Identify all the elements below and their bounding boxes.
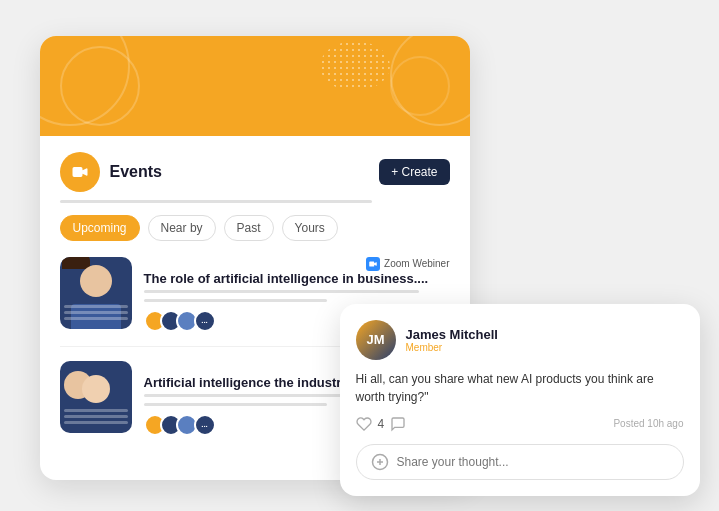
- deco-lines: [64, 305, 128, 323]
- deco-circle-2: [60, 46, 140, 126]
- event-sub-1: [144, 290, 419, 293]
- add-comment-icon: [371, 453, 389, 471]
- deco-lines-2: [64, 409, 128, 427]
- comment-actions: 4 Posted 10h ago: [356, 416, 684, 432]
- more-badge-2: ...: [194, 414, 216, 436]
- filter-tabs: Upcoming Near by Past Yours: [60, 215, 450, 241]
- line4: [64, 409, 128, 412]
- heart-icon[interactable]: [356, 416, 372, 432]
- video-icon: [70, 162, 90, 182]
- card-title: Events: [110, 163, 162, 181]
- more-badge-1: ...: [194, 310, 216, 332]
- line6: [64, 421, 128, 424]
- card-header: [40, 36, 470, 136]
- create-button[interactable]: + Create: [379, 159, 449, 185]
- zoom-video-icon: [368, 259, 378, 269]
- line3: [64, 317, 128, 320]
- share-input-area[interactable]: [356, 444, 684, 480]
- tab-yours[interactable]: Yours: [282, 215, 338, 241]
- event-sub-4: [144, 403, 328, 406]
- like-count: 4: [378, 417, 385, 431]
- posted-time: Posted 10h ago: [613, 418, 683, 429]
- deco-circle-4: [390, 56, 450, 116]
- commenter-name: James Mitchell: [406, 327, 499, 342]
- deco-dots: [320, 41, 390, 91]
- tab-upcoming[interactable]: Upcoming: [60, 215, 140, 241]
- title-row: Events + Create: [60, 152, 450, 192]
- line5: [64, 415, 128, 418]
- comment-header: JM James Mitchell Member: [356, 320, 684, 360]
- event-thumb-2: [60, 361, 132, 433]
- tab-past[interactable]: Past: [224, 215, 274, 241]
- title-area: Events: [60, 152, 162, 192]
- commenter-role: Member: [406, 342, 499, 353]
- deco-face-right: [82, 375, 110, 403]
- line2: [64, 311, 128, 314]
- event-sub-2: [144, 299, 328, 302]
- zoom-badge-1: Zoom Webiner: [366, 257, 449, 271]
- title-divider: [60, 200, 372, 203]
- zoom-icon-1: [366, 257, 380, 271]
- share-input[interactable]: [397, 455, 669, 469]
- comment-card: JM James Mitchell Member Hi all, can you…: [340, 304, 700, 496]
- commenter-avatar: JM: [356, 320, 396, 360]
- events-icon-circle: [60, 152, 100, 192]
- deco-face: [80, 265, 112, 297]
- event-title-1: The role of artificial intelligence in b…: [144, 271, 450, 286]
- comment-icon[interactable]: [390, 416, 406, 432]
- like-area: 4: [356, 416, 407, 432]
- comment-text: Hi all, can you share what new AI produc…: [356, 370, 684, 406]
- zoom-label-1: Zoom Webiner: [384, 258, 449, 269]
- tab-nearby[interactable]: Near by: [148, 215, 216, 241]
- event-thumb-1: [60, 257, 132, 329]
- commenter-info: James Mitchell Member: [406, 327, 499, 353]
- line1: [64, 305, 128, 308]
